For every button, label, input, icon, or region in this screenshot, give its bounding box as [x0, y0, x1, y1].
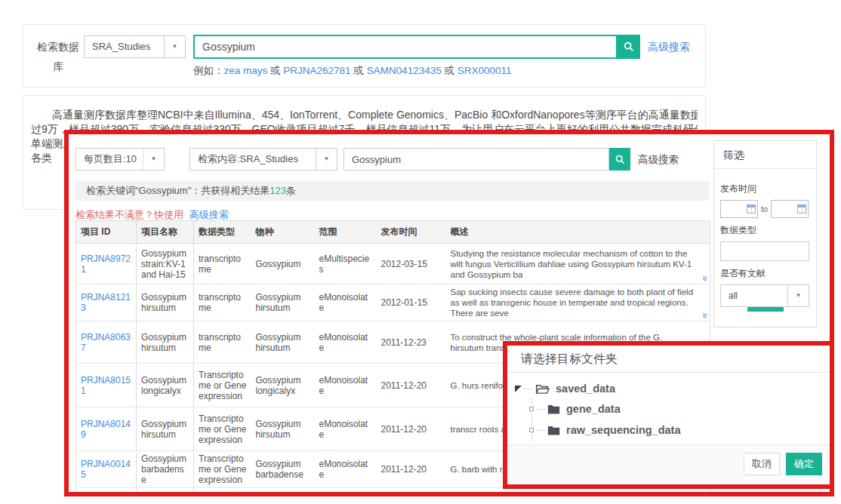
cancel-button[interactable]: 取消: [744, 453, 780, 475]
database-label: 检索数据库: [34, 37, 82, 76]
date-cell: 2011-12-23: [377, 321, 446, 364]
scope-cell: [315, 488, 377, 497]
filter-panel: 筛选 发布时间 to 数据类型 是否有文献: [713, 140, 817, 327]
search-scope-select[interactable]: 检索内容:SRA_Studies ▼: [189, 148, 337, 171]
folder-tree: saved_data gene_data raw_: [507, 373, 830, 444]
dialog-search-button[interactable]: [609, 148, 630, 171]
column-header: 项目名称: [137, 221, 194, 244]
column-header: 物种: [251, 221, 315, 244]
literature-label: 是否有文献: [720, 267, 810, 280]
filter-title: 筛选: [714, 141, 816, 169]
search-scope-value: 检索内容:SRA_Studies: [190, 149, 316, 170]
result-summary: 检索关键词"Gossypium"：共获得相关结果123条: [75, 181, 710, 201]
date-cell: 2011-12-20: [377, 451, 446, 488]
name-cell: Gossypium longicalyx: [137, 364, 194, 407]
tree-item-label: saved_data: [556, 383, 615, 395]
table-header-row: 项目 ID项目名称数据类型物种范围发布时间概述: [76, 221, 710, 244]
column-header: 概述: [446, 221, 710, 244]
expand-chevron-icon[interactable]: »: [701, 312, 708, 318]
column-header: 项目 ID: [76, 221, 137, 244]
folder-picker-dialog: 请选择目标文件夹 saved_data gene_data: [503, 341, 834, 489]
date-cell: 2011-12-20: [377, 364, 446, 407]
project-id-link[interactable]: PRJNA80151: [81, 375, 131, 396]
page-size-value: 每页数目:10: [76, 149, 143, 170]
id-cell: PRJNA80151: [76, 364, 137, 407]
example-link[interactable]: PRJNA262781: [283, 65, 350, 76]
folder-dialog-title: 请选择目标文件夹: [507, 346, 830, 373]
id-cell: PRJNA00145: [76, 451, 137, 488]
tree-item-raw-sequencing-data[interactable]: raw_sequencing_data: [532, 419, 830, 441]
species-cell: Gossypium hirsutum: [251, 407, 315, 451]
example-link[interactable]: SAMN04123435: [367, 65, 442, 76]
project-id-link[interactable]: PRJNA81213: [81, 292, 131, 313]
table-row: TranscriptomeG. arboreum seedlings and r…: [76, 488, 710, 497]
example-link[interactable]: SRX000011: [457, 65, 512, 76]
tree-item-gene-data[interactable]: gene_data: [532, 398, 830, 419]
chevron-down-icon: ▼: [143, 149, 164, 170]
date-cell: 2012-03-15: [377, 244, 446, 284]
name-cell: Gossypium barbadense: [137, 451, 194, 488]
scope-cell: eMonoisolate: [315, 364, 377, 407]
date-cell: 2011-12-20: [377, 407, 446, 451]
date-to-input[interactable]: [771, 200, 809, 218]
sra-search-page: 检索数据库 SRA_Studies ▼ 高级搜索 例如：zea mays 或 P…: [0, 0, 841, 504]
type-cell: transcriptome: [194, 284, 251, 321]
name-cell: Gossypium hirsutum: [137, 407, 194, 451]
project-id-link[interactable]: PRJNA80149: [81, 419, 131, 440]
folder-dialog-footer: 取消 确定: [507, 444, 830, 483]
id-cell: [76, 488, 137, 497]
page-size-select[interactable]: 每页数目:10 ▼: [75, 148, 165, 171]
type-cell: Transcriptome: [194, 488, 251, 497]
tree-expand-icon[interactable]: [515, 386, 522, 392]
column-header: 数据类型: [194, 221, 251, 244]
tree-item-label: raw_sequencing_data: [566, 424, 681, 436]
search-button[interactable]: [618, 35, 640, 59]
example-prefix: 例如：: [193, 65, 224, 76]
search-input[interactable]: [193, 35, 618, 59]
scope-cell: eMonoisolate: [315, 407, 377, 451]
tree-item-saved-data[interactable]: saved_data: [515, 379, 830, 398]
id-cell: PRJNA81213: [76, 284, 137, 321]
search-examples: 例如：zea mays 或 PRJNA262781 或 SAMN04123435…: [193, 64, 512, 78]
example-link[interactable]: zea mays: [224, 65, 268, 76]
column-header: 范围: [315, 221, 377, 244]
advanced-search-link[interactable]: 高级搜索: [648, 41, 690, 54]
hint-advanced-search-link[interactable]: 高级搜索: [189, 209, 229, 220]
scope-cell: eMonoisolate: [315, 451, 377, 488]
project-id-link[interactable]: PRJNA89721: [81, 254, 131, 275]
confirm-button[interactable]: 确定: [786, 453, 822, 475]
id-cell: PRJNA89721: [76, 244, 137, 284]
data-type-input[interactable]: [720, 241, 809, 261]
database-search-panel: 检索数据库 SRA_Studies ▼ 高级搜索 例如：zea mays 或 P…: [23, 24, 706, 88]
expand-chevron-icon[interactable]: »: [701, 275, 708, 281]
calendar-icon: [747, 204, 756, 214]
id-cell: PRJNA80637: [76, 321, 137, 364]
name-cell: Gossypium hirsutum: [137, 321, 194, 364]
data-type-label: 数据类型: [720, 224, 810, 237]
table-row: PRJNA89721Gossypium strain:KV-1 and Hai-…: [76, 244, 710, 284]
calendar-icon: [797, 204, 806, 214]
column-header: 发布时间: [377, 221, 446, 244]
name-cell: Gossypium strain:KV-1 and Hai-15: [137, 244, 194, 284]
search-icon: [615, 154, 626, 165]
scope-cell: eMultispecies: [315, 244, 377, 284]
tree-expand-icon[interactable]: [529, 407, 534, 411]
dialog-advanced-search-link[interactable]: 高级搜索: [638, 153, 679, 167]
chevron-down-icon: ▼: [787, 285, 809, 306]
species-cell: Gossypium hirsutum: [251, 284, 315, 321]
date-cell: [377, 488, 446, 497]
literature-select[interactable]: all ▼: [720, 284, 809, 307]
tree-expand-icon[interactable]: [529, 428, 534, 432]
folder-icon: [547, 404, 560, 414]
project-id-link[interactable]: PRJNA80637: [81, 332, 131, 353]
folder-icon: [547, 425, 560, 435]
type-cell: Transcriptome or Gene expression: [194, 364, 251, 407]
publish-time-label: 发布时间: [720, 183, 810, 195]
date-from-input[interactable]: [720, 200, 758, 218]
database-select-value: SRA_Studies: [85, 36, 164, 57]
database-select[interactable]: SRA_Studies ▼: [84, 35, 186, 58]
dialog-search-input[interactable]: [343, 148, 609, 171]
project-id-link[interactable]: PRJNA00145: [81, 459, 131, 480]
folder-open-icon: [535, 383, 550, 395]
type-cell: transcriptome: [194, 321, 251, 364]
